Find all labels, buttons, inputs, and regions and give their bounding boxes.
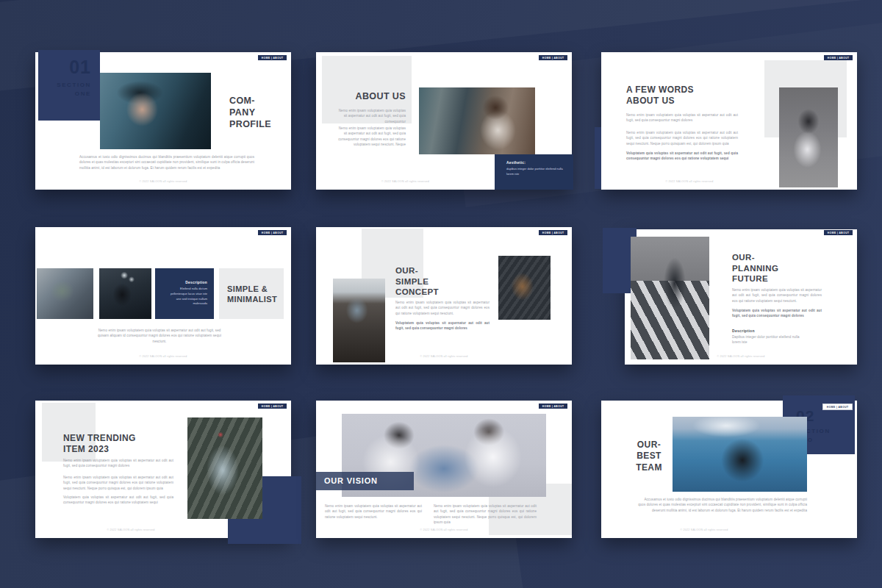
slide-thumbnail-simple-concept[interactable]: OUR- SIMPLE CONCEPT Nemo enim ipsam volu… [316, 227, 572, 365]
slide-heading: OUR VISION [316, 472, 414, 490]
slide-heading: OUR- SIMPLE CONCEPT [395, 265, 439, 298]
slide-paragraph-3: Voluptatem quia voluptas sit aspernatur … [63, 495, 173, 506]
description-card-title: Description [155, 268, 214, 284]
gray-heading-block: SIMPLE & MINIMALIST [219, 268, 284, 319]
slide-column-1: Nemo enim ipsam voluptatem quia voluptas… [325, 503, 422, 520]
photo-night-stairs [99, 268, 151, 319]
slide-footer: © 2022 SALOON all rights reserved [601, 528, 807, 531]
section-one-block: 01 SECTION ONE [38, 50, 100, 121]
slide-heading: OUR- BEST TEAM [622, 440, 676, 473]
photo-woman-brown-jacket [498, 256, 551, 320]
slide-paragraph-2: Voluptatem quia voluptas sit aspernatur … [732, 308, 822, 319]
photo-man-brick-wall [333, 279, 385, 362]
slide-paragraph-1: Nemo enim ipsam voluptatem quia voluptas… [395, 300, 490, 316]
slide-thumbnail-best-team[interactable]: 02 SECTION TWO OUR- BEST TEAM Accusamus … [601, 401, 857, 538]
slide-paragraph-2: Voluptatem quia voluptas sit aspernatur … [395, 320, 490, 331]
slide-body-text: Accusamus et iusto odio dignissimos duci… [79, 154, 254, 171]
slide-footer: © 2022 SALOON all rights reserved [35, 180, 291, 183]
home-about-tab: HOME | ABOUT [539, 404, 567, 409]
slide-paragraph-1: Nemo enim ipsam voluptatem quia voluptas… [732, 287, 822, 304]
slide-footer: © 2022 SALOON all rights reserved [625, 355, 857, 358]
photo-stairs-woman [37, 268, 93, 319]
slide-thumbnail-our-vision[interactable]: OUR VISION Nemo enim ipsam voluptatem qu… [316, 401, 572, 538]
description-card: Description Eleifend nulla dictum pellen… [155, 268, 214, 319]
home-about-tab: HOME | ABOUT [824, 55, 853, 60]
aesthetic-card: Aesthetic: dapibus integer dolor porttit… [495, 154, 573, 190]
photo-girl-crouching [779, 87, 838, 187]
slide-footer: © 2022 SALOON all rights reserved [316, 528, 572, 531]
slide-thumbnail-new-trending[interactable]: NEW TRENDING ITEM 2023 Nemo enim ipsam v… [35, 401, 291, 538]
slide-paragraph-2: Nemo enim ipsam voluptatem quia voluptas… [626, 130, 738, 146]
description-title: Description [732, 329, 755, 333]
home-about-tab: HOME | ABOUT [258, 404, 287, 409]
slide-heading: SIMPLE & MINIMALIST [219, 268, 284, 304]
home-about-tab: HOME | ABOUT [539, 230, 567, 235]
photo-blue-van [673, 417, 807, 492]
photo-corridor-portrait [419, 87, 535, 154]
slide-thumbnail-planning-future[interactable]: OUR- PLANNING FUTURE Nemo enim ipsam vol… [601, 227, 857, 365]
slide-paragraph-3: Voluptatem quia voluptas sit aspernatur … [626, 151, 738, 162]
home-about-tab: HOME | ABOUT [258, 55, 287, 60]
slide-heading: COM- PANY PROFILE [229, 95, 271, 130]
description-card-body: Eleifend nulla dictum pellentesque lacus… [155, 284, 214, 306]
photo-woman-sunglasses [100, 73, 211, 149]
home-about-tab: HOME | ABOUT [824, 230, 853, 235]
slide-thumbnail-company-profile[interactable]: 01 SECTION ONE COM- PANY PROFILE Accusam… [35, 52, 291, 190]
slide-paragraph-2: Nemo enim ipsam voluptatem quia voluptas… [63, 475, 173, 491]
photo-red-sunglasses [187, 417, 262, 519]
section-number: 01 [38, 50, 100, 78]
slide-body-text: Nemo enim ipsam voluptatem quia voluptas… [93, 328, 226, 344]
slide-thumbnail-about-us[interactable]: ABOUT US Nemo enim ipsam voluptatem quia… [316, 52, 572, 190]
slide-footer: © 2022 SALOON all rights reserved [316, 355, 572, 358]
home-about-tab: HOME | ABOUT [822, 404, 853, 410]
slide-footer: © 2022 SALOON all rights reserved [316, 180, 495, 183]
slide-heading: ABOUT US [323, 90, 406, 102]
slide-paragraph-1: Nemo enim ipsam voluptatem quia voluptas… [335, 108, 406, 124]
aesthetic-card-title: Aesthetic: [495, 154, 573, 165]
slide-thumbnail-few-words[interactable]: A FEW WORDS ABOUT US Nemo enim ipsam vol… [601, 52, 857, 190]
aesthetic-card-body: dapibus integer dolor porttitor eleifend… [495, 165, 573, 177]
photo-zebra-crossing [631, 237, 709, 359]
slide-heading: OUR- PLANNING FUTURE [732, 252, 778, 284]
slide-footer: © 2022 SALOON all rights reserved [35, 355, 291, 358]
slide-thumbnail-simple-minimalist[interactable]: Description Eleifend nulla dictum pellen… [35, 227, 291, 365]
slide-footer: © 2022 SALOON all rights reserved [601, 180, 778, 183]
slide-paragraph-2: Nemo enim ipsam voluptatem quia voluptas… [335, 126, 406, 147]
slide-paragraph-1: Nemo enim ipsam voluptatem quia voluptas… [626, 112, 738, 123]
slide-body-text: Accusamus et iusto odio dignissimos duci… [638, 497, 807, 513]
slide-heading: NEW TRENDING ITEM 2023 [63, 433, 136, 456]
slide-heading: A FEW WORDS ABOUT US [626, 85, 694, 107]
home-about-tab: HOME | ABOUT [539, 55, 567, 60]
slide-footer: © 2022 SALOON all rights reserved [35, 528, 226, 531]
description-body: Dapibus integer dolor porttitor eleifend… [732, 334, 806, 345]
section-label: SECTION ONE [38, 78, 100, 98]
slide-paragraph-1: Nemo enim ipsam voluptatem quia voluptas… [63, 458, 173, 469]
home-about-tab: HOME | ABOUT [258, 230, 287, 235]
slide-column-2: Nemo enim ipsam voluptatem quia voluptas… [434, 503, 537, 525]
